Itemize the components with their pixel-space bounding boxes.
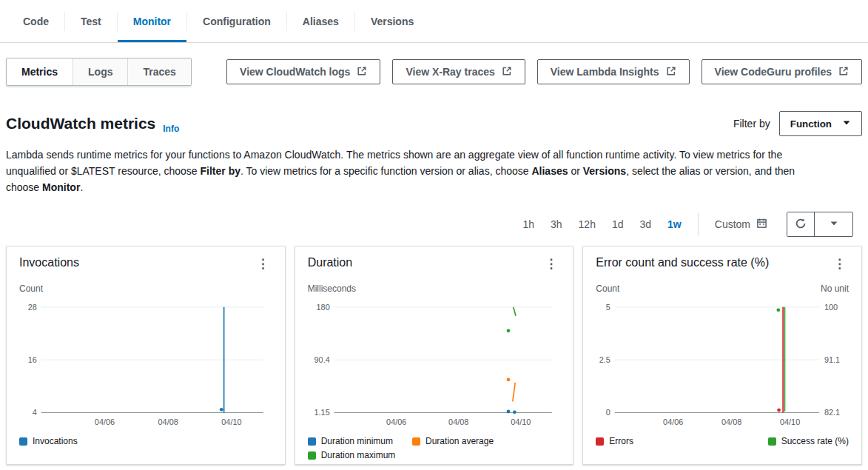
tab-configuration[interactable]: Configuration (187, 0, 286, 42)
range-3h[interactable]: 3h (551, 218, 562, 230)
refresh-split-button (787, 212, 853, 237)
chart-title: Duration (308, 256, 352, 269)
timebar-divider (698, 213, 699, 235)
range-1d[interactable]: 1d (612, 218, 624, 230)
legend-label: Duration minimum (321, 436, 393, 446)
tab-versions[interactable]: Versions (355, 0, 429, 42)
calendar-icon (756, 218, 767, 231)
intro-bold-filter-by: Filter by (201, 165, 240, 177)
svg-text:5: 5 (606, 303, 610, 312)
invocations-chart-card: Invocations ⋮ Count 2816404/0604/0804/10… (6, 246, 286, 465)
subtab-metrics[interactable]: Metrics (7, 58, 73, 85)
kebab-menu-icon[interactable]: ⋮ (830, 256, 849, 272)
filter-by-label: Filter by (733, 118, 770, 130)
subtab-logs[interactable]: Logs (73, 58, 128, 85)
info-link[interactable]: Info (163, 124, 179, 136)
page-title: CloudWatch metrics (6, 115, 155, 132)
error-success-chart-card: Error count and success rate (%) ⋮ Count… (582, 246, 862, 465)
chart-canvas: 52.5010091.182.104/0604/0804/10 (596, 297, 849, 433)
svg-text:4: 4 (33, 408, 37, 417)
external-actions: View CloudWatch logs View X-Ray traces V… (226, 59, 862, 84)
refresh-button[interactable] (787, 212, 814, 236)
intro-segment: . (80, 181, 83, 193)
tab-monitor[interactable]: Monitor (118, 0, 186, 42)
chevron-down-icon (842, 118, 851, 130)
view-codeguru-profiles-button[interactable]: View CodeGuru profiles (702, 59, 862, 84)
svg-text:04/10: 04/10 (511, 417, 531, 426)
tab-code[interactable]: Code (7, 0, 64, 42)
chart-title: Invocations (19, 256, 79, 269)
legend-swatch (596, 437, 604, 446)
legend-item[interactable]: Duration average (412, 436, 494, 446)
chart-legend: Duration minimumDuration averageDuration… (308, 436, 561, 460)
legend-swatch (19, 437, 27, 446)
svg-text:04/08: 04/08 (721, 417, 741, 426)
legend-label: Duration maximum (321, 450, 396, 460)
range-1h[interactable]: 1h (522, 218, 534, 230)
range-1w[interactable]: 1w (667, 218, 682, 230)
y-axis-unit-label: Milliseconds (308, 283, 356, 294)
svg-text:2.5: 2.5 (599, 355, 610, 364)
chart-canvas: 18090.41.1504/0604/0804/10 (308, 297, 561, 433)
refresh-options-button[interactable] (814, 212, 852, 236)
intro-bold-monitor: Monitor (42, 181, 80, 193)
legend-item[interactable]: Errors (596, 436, 633, 446)
intro-bold-versions: Versions (583, 165, 626, 177)
svg-text:04/10: 04/10 (780, 417, 800, 426)
button-label: View Lambda Insights (551, 66, 659, 78)
y-axis-unit-label: Count (19, 283, 43, 294)
svg-text:100: 100 (824, 303, 838, 312)
kebab-menu-icon[interactable]: ⋮ (542, 256, 560, 272)
legend-swatch (412, 437, 420, 446)
chart-legend: Invocations (19, 436, 272, 446)
legend-item[interactable]: Duration minimum (308, 436, 393, 446)
chevron-down-icon (830, 218, 838, 230)
duration-chart-card: Duration ⋮ Milliseconds 18090.41.1504/06… (295, 246, 574, 465)
chart-legend: ErrorsSuccess rate (%) (596, 436, 849, 446)
svg-text:04/06: 04/06 (386, 417, 406, 426)
monitor-toolbar: Metrics Logs Traces View CloudWatch logs… (0, 43, 868, 86)
legend-swatch (768, 437, 776, 446)
intro-segment: or (568, 165, 583, 177)
view-lambda-insights-button[interactable]: View Lambda Insights (537, 59, 690, 84)
filter-dropdown[interactable]: Function (779, 111, 862, 136)
button-label: View CloudWatch logs (240, 66, 350, 78)
legend-label: Success rate (%) (781, 436, 849, 446)
y-axis-unit-label-right: No unit (821, 283, 849, 294)
view-cloudwatch-logs-button[interactable]: View CloudWatch logs (226, 59, 380, 84)
charts-row: Invocations ⋮ Count 2816404/0604/0804/10… (0, 237, 868, 465)
svg-text:180: 180 (316, 303, 329, 312)
legend-label: Invocations (33, 436, 78, 446)
external-link-icon (666, 66, 676, 78)
tab-test[interactable]: Test (65, 0, 117, 42)
tab-aliases[interactable]: Aliases (287, 0, 354, 42)
kebab-menu-icon[interactable]: ⋮ (254, 256, 272, 272)
y-axis-unit-label: Count (596, 283, 619, 294)
legend-item[interactable]: Invocations (19, 436, 78, 446)
filter-controls: Filter by Function (733, 111, 862, 136)
svg-text:0: 0 (606, 408, 610, 417)
legend-item[interactable]: Duration maximum (308, 450, 396, 460)
intro-bold-aliases: Aliases (531, 165, 568, 177)
intro-segment: . To view metrics for a specific functio… (240, 165, 531, 177)
legend-label: Duration average (425, 436, 494, 446)
custom-range-button[interactable]: Custom (715, 218, 767, 231)
intro-text: Lambda sends runtime metrics for your fu… (0, 136, 836, 195)
svg-text:28: 28 (28, 303, 37, 312)
time-range-bar: 1h 3h 12h 1d 3d 1w Custom (0, 195, 868, 237)
metrics-header: CloudWatch metrics Info Filter by Functi… (0, 86, 868, 136)
legend-item[interactable]: Success rate (%) (768, 436, 849, 446)
custom-range-label: Custom (715, 218, 750, 230)
view-xray-traces-button[interactable]: View X-Ray traces (392, 59, 525, 84)
external-link-icon (357, 66, 367, 78)
svg-text:82.1: 82.1 (824, 408, 840, 417)
range-12h[interactable]: 12h (579, 218, 596, 230)
svg-text:91.1: 91.1 (824, 355, 840, 364)
filter-dropdown-value: Function (790, 118, 832, 130)
function-tabbar: Code Test Monitor Configuration Aliases … (0, 0, 868, 43)
subtab-traces[interactable]: Traces (128, 58, 190, 85)
svg-text:90.4: 90.4 (314, 355, 329, 364)
refresh-icon (795, 218, 807, 232)
svg-text:16: 16 (28, 355, 37, 364)
range-3d[interactable]: 3d (640, 218, 652, 230)
